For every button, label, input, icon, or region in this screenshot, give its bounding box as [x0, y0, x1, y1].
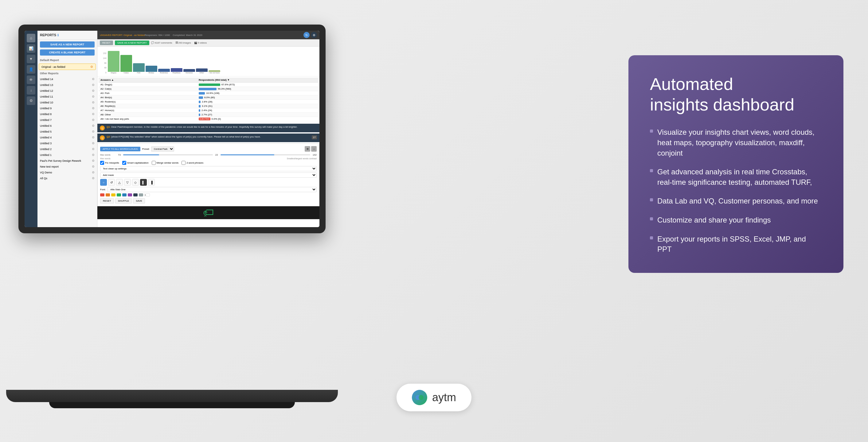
list-item[interactable]: Untitled 13 ⚙ [37, 82, 97, 88]
wc-buttons: RESET SHUFFLE SAVE [100, 198, 317, 204]
answer-pct: 10.9% (108) [197, 91, 318, 96]
smart-cap-checkbox[interactable] [122, 161, 126, 165]
shape-refresh-icon[interactable]: ↺ [108, 179, 115, 186]
preset-select[interactable]: Central Park [151, 146, 174, 151]
color-swatch-dark[interactable] [133, 193, 137, 197]
shape-triangle-icon[interactable]: △ [116, 179, 123, 186]
images-icon: 🖼 [175, 41, 178, 44]
list-item[interactable]: VQ Demo ⚙ [37, 169, 97, 175]
sidebar-icon-filter[interactable]: ▼ [27, 55, 35, 63]
shape-triangle2-icon[interactable]: ▽ [124, 179, 131, 186]
reset-button[interactable]: RESET [100, 40, 113, 45]
list-item[interactable]: Untitled 8 ⚙ [37, 111, 97, 117]
gear-icon[interactable]: ⚙ [92, 124, 95, 127]
2word-checkbox[interactable] [182, 161, 186, 165]
shape-split-icon[interactable]: ▌ [140, 179, 147, 186]
default-report-item[interactable]: Original - as fielded ⚙ [39, 64, 96, 70]
color-swatch-blue[interactable] [122, 193, 127, 197]
wc-reset-button[interactable]: RESET [100, 198, 114, 204]
list-item[interactable]: Untitled 4 ⚙ [37, 134, 97, 140]
sidebar-icon-settings[interactable]: ⚙ [27, 96, 35, 105]
checkbox-smart-cap[interactable]: Smart capitalization [122, 161, 149, 165]
gear-icon[interactable]: ⚙ [92, 112, 95, 116]
gear-icon[interactable]: ⚙ [92, 176, 95, 180]
list-item[interactable]: Untitled 9 ⚙ [37, 105, 97, 111]
font-select[interactable]: Alfa Slab One [107, 187, 317, 192]
save-new-report-button[interactable]: SAVE AS A NEW REPORT [115, 40, 149, 45]
gear-icon[interactable]: ⚙ [92, 141, 95, 145]
shape-half-icon[interactable]: ▐ [148, 179, 155, 186]
gear-icon[interactable]: ⚙ [92, 101, 95, 104]
list-item[interactable]: Untitled 6 ⚙ [37, 123, 97, 129]
sidebar-icon-chart[interactable]: 📊 [27, 44, 35, 53]
list-item[interactable]: Untitled 12 ⚙ [37, 88, 97, 94]
sidebar-icon-download[interactable]: ↓ [27, 86, 35, 95]
wc-settings-icon[interactable]: ⚙ [305, 146, 310, 151]
gear-icon[interactable]: ⚙ [92, 95, 95, 98]
list-item[interactable]: Untitled 5 ⚙ [37, 129, 97, 134]
create-blank-button[interactable]: CREATE A BLANK REPORT [40, 49, 95, 56]
color-swatch-orange[interactable] [106, 193, 110, 197]
max-value: 142 [313, 154, 317, 156]
gear-icon[interactable]: ⚙ [92, 136, 95, 139]
gear-icon[interactable]: ⚙ [92, 153, 95, 157]
list-item[interactable]: New test report ⚙ [37, 164, 97, 169]
color-swatch-purple[interactable] [128, 193, 132, 197]
gear-icon[interactable]: ⚙ [92, 165, 95, 168]
color-swatch-green[interactable] [117, 193, 121, 197]
max-words-track[interactable] [123, 155, 213, 155]
gear-icon[interactable]: ⚙ [92, 159, 95, 162]
apply-wordcloud-button[interactable]: APPLY TO ALL WORDCLOUDS [100, 147, 141, 151]
reports-help-icon[interactable]: ℹ [57, 33, 59, 37]
wc-save-button[interactable]: SAVE [133, 198, 145, 204]
sidebar-icon-home[interactable]: ⌂ [27, 34, 35, 42]
gear-icon[interactable]: ⚙ [92, 130, 95, 133]
checkbox-2word[interactable]: 2-word phrases [182, 161, 203, 165]
save-new-button[interactable]: SAVE AS A NEW REPORT [40, 41, 95, 47]
text-clean-select[interactable]: Text clean up settings [100, 166, 317, 171]
list-item[interactable]: Paul's Pet Survey Design Rework ⚙ [37, 158, 97, 164]
color-swatch-yellow[interactable] [111, 193, 116, 197]
list-item[interactable]: Untitled 11 ⚙ [37, 94, 97, 99]
settings-icon[interactable]: ⚙ [311, 32, 317, 38]
gear-icon[interactable]: ⚙ [92, 106, 95, 110]
report-name: Paul's Pet Survey Design Rework [40, 159, 81, 162]
answer-label: A1: Dog(s) [99, 82, 197, 87]
checkbox-merge-similar[interactable]: Merge similar words [152, 161, 179, 165]
gear-icon[interactable]: ⚙ [92, 83, 95, 87]
color-swatch-gray[interactable] [139, 193, 143, 197]
list-item[interactable]: Untitled 14 ⚙ [37, 76, 97, 82]
green-logo-icon: 🏷 [203, 206, 214, 219]
list-item[interactable]: Untitled 1 ⚙ [37, 152, 97, 158]
checkbox-fix-misspells[interactable]: Fix misspells [100, 161, 119, 165]
scroll-area[interactable]: 192 144 96 48 0 Dog(s) [97, 47, 319, 227]
y-axis-label: 0 [103, 71, 106, 74]
refresh-icon[interactable]: ↻ [304, 32, 310, 38]
fix-misspells-checkbox[interactable] [100, 161, 104, 165]
contrast-track[interactable] [220, 155, 310, 155]
wc-shuffle-button[interactable]: SHUFFLE [115, 198, 132, 204]
shape-diamond-icon[interactable]: ◇ [132, 179, 139, 186]
default-report-gear-icon[interactable]: ⚙ [90, 65, 93, 68]
gear-icon[interactable]: ⚙ [92, 77, 95, 81]
add-mask-select[interactable]: Add mask [100, 172, 317, 178]
list-item[interactable]: Untitled 10 ⚙ [37, 99, 97, 105]
gear-icon[interactable]: ⚙ [92, 118, 95, 122]
sidebar-icon-person[interactable]: 👤 [27, 65, 35, 74]
list-item[interactable]: Untitled 7 ⚙ [37, 117, 97, 123]
merge-similar-label: Merge similar words [157, 162, 179, 164]
chart-bar-group: Rodent(s) [158, 69, 170, 74]
color-swatch-red[interactable] [100, 193, 104, 197]
gear-icon[interactable]: ⚙ [92, 171, 95, 174]
list-item[interactable]: Untitled 3 ⚙ [37, 140, 97, 146]
merge-similar-checkbox[interactable] [152, 161, 156, 165]
gear-icon[interactable]: ⚙ [92, 89, 95, 92]
list-item[interactable]: Untitled 2 ⚙ [37, 146, 97, 152]
list-item[interactable]: All Qs ⚙ [37, 175, 97, 181]
sidebar-icon-eye[interactable]: 👁 [27, 75, 35, 84]
shape-circle-icon[interactable]: ○ [100, 179, 107, 186]
color-picker-icon[interactable]: + [144, 193, 150, 197]
wc-download-icon[interactable]: ↓ [311, 146, 317, 151]
feature-item: Visualize your insights chart views, wor… [650, 127, 822, 158]
gear-icon[interactable]: ⚙ [92, 147, 95, 151]
